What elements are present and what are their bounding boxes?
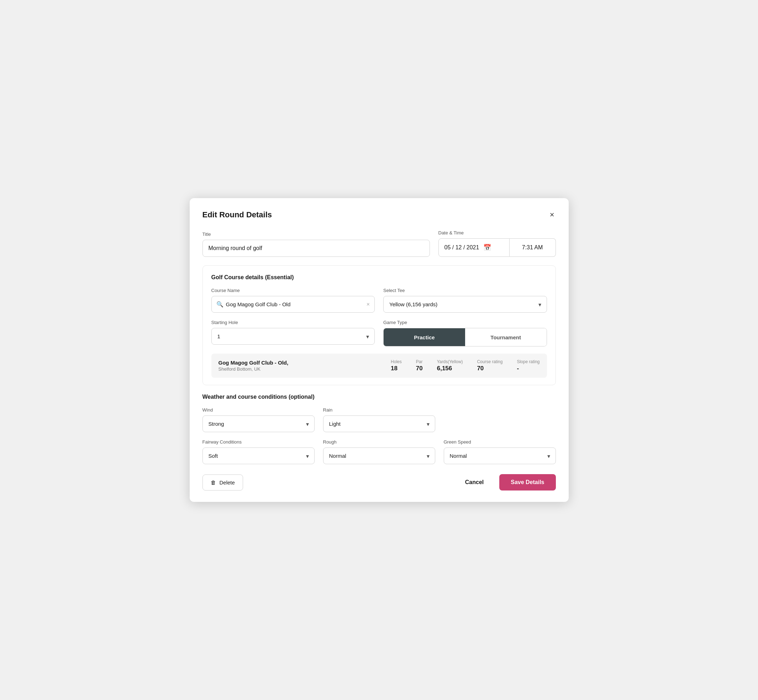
select-tee-dropdown[interactable]: Yellow (6,156 yards) White (6,500 yards)…	[383, 296, 547, 312]
game-type-group: Game Type Practice Tournament	[383, 320, 547, 347]
course-rating-label: Course rating	[477, 359, 503, 364]
select-tee-wrapper: Yellow (6,156 yards) White (6,500 yards)…	[383, 296, 547, 312]
yards-value: 6,156	[437, 365, 452, 372]
rough-group: Rough ShortNormalLongVery Long ▾	[323, 439, 435, 464]
course-rating-value: 70	[477, 365, 484, 372]
green-speed-label: Green Speed	[444, 439, 556, 445]
rain-group: Rain NoneLightModerateHeavy ▾	[323, 407, 435, 432]
fairway-label: Fairway Conditions	[202, 439, 315, 445]
golf-course-section: Golf Course details (Essential) Course N…	[202, 266, 556, 385]
practice-button[interactable]: Practice	[384, 328, 465, 346]
date-value: 05 / 12 / 2021	[445, 244, 479, 251]
game-type-toggle: Practice Tournament	[383, 328, 547, 347]
info-stats: Holes 18 Par 70 Yards(Yellow) 6,156 Cour…	[391, 359, 539, 372]
starting-hole-wrapper: 12345 678910 ▾	[211, 328, 375, 345]
starting-hole-label: Starting Hole	[211, 320, 375, 325]
footer-row: 🗑 Delete Cancel Save Details	[202, 474, 556, 491]
course-info-location: Shelford Bottom, UK	[219, 366, 391, 372]
course-info-name-text: Gog Magog Golf Club - Old,	[219, 359, 391, 366]
tournament-button[interactable]: Tournament	[465, 328, 547, 346]
select-tee-label: Select Tee	[383, 288, 547, 293]
holes-label: Holes	[391, 359, 402, 364]
wind-label: Wind	[202, 407, 315, 412]
holes-value: 18	[391, 365, 398, 372]
golf-course-title: Golf Course details (Essential)	[211, 274, 547, 281]
game-type-label: Game Type	[383, 320, 547, 325]
starting-hole-dropdown[interactable]: 12345 678910	[211, 328, 375, 345]
datetime-group: 05 / 12 / 2021 📅 7:31 AM	[439, 238, 556, 257]
weather-section-title: Weather and course conditions (optional)	[202, 394, 556, 400]
modal-header: Edit Round Details ×	[202, 209, 556, 220]
delete-button[interactable]: 🗑 Delete	[202, 475, 243, 491]
save-button[interactable]: Save Details	[499, 474, 556, 491]
wind-wrapper: NoneLightModerateStrong ▾	[202, 416, 315, 432]
weather-section: Weather and course conditions (optional)…	[202, 394, 556, 464]
course-rating-stat: Course rating 70	[477, 359, 503, 372]
select-tee-group: Select Tee Yellow (6,156 yards) White (6…	[383, 288, 547, 312]
calendar-icon: 📅	[483, 244, 491, 252]
fairway-group: Fairway Conditions DryNormalSoftWet ▾	[202, 439, 315, 464]
top-row: Title Date & Time 05 / 12 / 2021 📅 7:31 …	[202, 230, 556, 257]
rain-dropdown[interactable]: NoneLightModerateHeavy	[323, 416, 435, 432]
delete-label: Delete	[219, 480, 235, 486]
wind-group: Wind NoneLightModerateStrong ▾	[202, 407, 315, 432]
edit-round-modal: Edit Round Details × Title Date & Time 0…	[190, 198, 568, 502]
holes-stat: Holes 18	[391, 359, 402, 372]
trash-icon: 🗑	[211, 480, 216, 486]
title-field-group: Title	[202, 231, 430, 257]
green-speed-dropdown[interactable]: SlowNormalFastVery Fast	[444, 447, 556, 464]
datetime-field-group: Date & Time 05 / 12 / 2021 📅 7:31 AM	[439, 230, 556, 257]
rain-label: Rain	[323, 407, 435, 412]
footer-right: Cancel Save Details	[458, 474, 556, 491]
search-icon: 🔍	[216, 301, 224, 308]
par-stat: Par 70	[416, 359, 423, 372]
slope-rating-label: Slope rating	[517, 359, 539, 364]
rough-wrapper: ShortNormalLongVery Long ▾	[323, 447, 435, 464]
close-button[interactable]: ×	[548, 209, 556, 220]
rough-dropdown[interactable]: ShortNormalLongVery Long	[323, 447, 435, 464]
time-input[interactable]: 7:31 AM	[510, 238, 556, 257]
wind-rain-row: Wind NoneLightModerateStrong ▾ Rain None…	[202, 407, 556, 432]
conditions-row: Fairway Conditions DryNormalSoftWet ▾ Ro…	[202, 439, 556, 464]
fairway-dropdown[interactable]: DryNormalSoftWet	[202, 447, 315, 464]
course-name-wrapper: 🔍 ×	[211, 296, 375, 312]
modal-title: Edit Round Details	[202, 210, 272, 219]
starting-hole-group: Starting Hole 12345 678910 ▾	[211, 320, 375, 347]
wind-dropdown[interactable]: NoneLightModerateStrong	[202, 416, 315, 432]
hole-gametype-row: Starting Hole 12345 678910 ▾ Game Type P…	[211, 320, 547, 347]
yards-label: Yards(Yellow)	[437, 359, 463, 364]
rough-label: Rough	[323, 439, 435, 445]
course-tee-row: Course Name 🔍 × Select Tee Yellow (6,156…	[211, 288, 547, 312]
yards-stat: Yards(Yellow) 6,156	[437, 359, 463, 372]
title-label: Title	[202, 231, 430, 237]
rain-wrapper: NoneLightModerateHeavy ▾	[323, 416, 435, 432]
course-name-input[interactable]	[211, 296, 375, 312]
title-input[interactable]	[202, 240, 430, 257]
datetime-label: Date & Time	[439, 230, 556, 236]
time-value: 7:31 AM	[522, 244, 543, 251]
slope-rating-value: -	[517, 365, 519, 372]
course-info-bar: Gog Magog Golf Club - Old, Shelford Bott…	[211, 353, 547, 378]
course-name-group: Course Name 🔍 ×	[211, 288, 375, 312]
par-label: Par	[416, 359, 423, 364]
fairway-wrapper: DryNormalSoftWet ▾	[202, 447, 315, 464]
par-value: 70	[416, 365, 423, 372]
date-input[interactable]: 05 / 12 / 2021 📅	[439, 238, 510, 257]
course-name-label: Course Name	[211, 288, 375, 293]
slope-rating-stat: Slope rating -	[517, 359, 539, 372]
green-speed-wrapper: SlowNormalFastVery Fast ▾	[444, 447, 556, 464]
green-speed-group: Green Speed SlowNormalFastVery Fast ▾	[444, 439, 556, 464]
course-info-name: Gog Magog Golf Club - Old, Shelford Bott…	[219, 359, 391, 372]
course-clear-button[interactable]: ×	[366, 301, 370, 308]
cancel-button[interactable]: Cancel	[458, 475, 491, 490]
